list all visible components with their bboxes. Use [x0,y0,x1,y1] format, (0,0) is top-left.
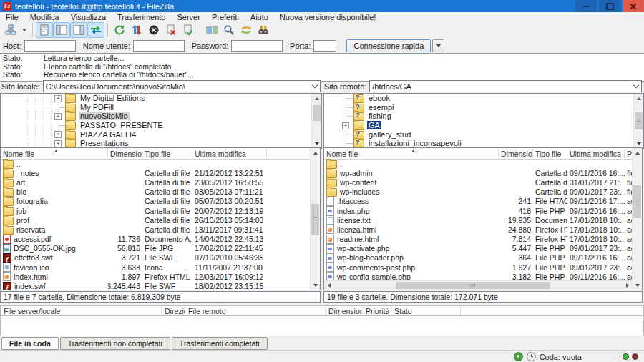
speed-limits-clock-icon[interactable] [527,352,536,361]
menu-item-aiuto[interactable]: Aiuto [245,13,274,21]
file-row[interactable]: index.php418File PHP09/11/2016 16:...ad [324,206,632,215]
scroll-right-button[interactable] [623,281,632,290]
file-row[interactable]: wp-blog-header.php364File PHP09/11/2016 … [324,253,632,263]
tree-item[interactable]: fishing [324,112,633,121]
toggle-queue-icon[interactable] [87,22,104,38]
file-row[interactable]: profCartella di file26/10/2013 05:14:03 [1,215,310,225]
settings-gear-icon[interactable] [514,352,523,361]
expander-plus-icon[interactable]: + [54,113,62,120]
tree-item[interactable]: +nuovoSitoMio [1,112,311,121]
tree-item[interactable]: esempi [324,103,633,112]
toggle-local-tree-icon[interactable] [53,22,70,38]
expander-plus-icon[interactable]: + [342,122,349,129]
file-row[interactable]: artCartella di file23/05/2012 16:58:55 [1,177,310,187]
file-row[interactable]: licenza.html24.880Firefox HT...17/01/201… [324,225,632,234]
file-row[interactable]: _notesCartella di file21/12/2012 13:22:5… [1,168,310,177]
file-row[interactable]: favicon.ico3.638Icona11/11/2007 21:37:00 [1,263,310,272]
column-header-nome-file[interactable]: Nome file▲ [324,148,499,159]
tab-trasferimenti-non-completati[interactable]: Trasferimenti non completati [60,337,170,350]
file-row[interactable]: riservataCartella di file13/11/2017 09:3… [1,225,310,234]
menu-item-trasferimento[interactable]: Trasferimento [112,13,171,21]
scroll-left-button[interactable] [324,281,333,290]
tree-item[interactable]: +Presentations [1,139,311,148]
queue-column-file-server-locale[interactable]: File server/locale [1,306,162,315]
quickconnect-button[interactable]: Connessione rapida [346,39,431,52]
scrollbar-thumb[interactable] [633,185,641,218]
file-row[interactable]: wp-comments-post.php1.627File PHP09/01/2… [324,263,632,272]
disconnect-icon[interactable] [162,22,180,38]
file-row[interactable]: accessi.pdf11.736Documento A...14/04/201… [1,235,310,244]
tree-item[interactable]: installazioni_inconsapevoli [324,139,633,148]
file-row[interactable]: bioCartella di file03/05/2013 07:11:21 [1,187,310,197]
username-input[interactable] [133,40,185,52]
tree-item[interactable]: My PDFill [1,103,311,112]
column-header-dimensio[interactable]: Dimensio... [499,148,533,159]
minimize-button[interactable] [575,0,597,12]
menu-item-server[interactable]: Server [171,13,205,21]
filename-filters-icon[interactable] [220,22,238,38]
port-input[interactable] [313,40,336,52]
toggle-remote-tree-icon[interactable] [70,22,87,38]
tab-trasferimenti-completati[interactable]: Trasferimenti completati [172,337,268,350]
tree-item[interactable]: +PIAZZA GALLI4 [1,129,311,139]
vertical-scrollbar[interactable] [632,148,642,290]
expander-plus-icon[interactable]: + [54,131,62,138]
refresh-icon[interactable] [111,22,128,38]
synchronized-browsing-icon[interactable] [238,22,255,38]
menu-item-modifica[interactable]: Modifica [24,13,65,21]
tree-item[interactable]: gallery_stud [324,129,633,139]
scrollbar-thumb[interactable] [635,112,643,129]
maximize-button[interactable] [599,0,620,12]
site-manager-icon[interactable] [2,22,19,38]
tree-item[interactable]: PASSATO_PRESENTE [1,121,311,130]
tree-item[interactable]: +My Digital Editions [1,94,311,103]
file-row[interactable]: wp-contentCartella di ...31/01/2017 21:.… [324,177,632,187]
reconnect-icon[interactable] [180,22,197,38]
tree-item[interactable]: +GA [324,121,633,130]
file-row[interactable]: fotografiaCartella di file05/07/2013 00:… [1,197,310,206]
file-row[interactable]: .htaccess241File HTAC...09/11/2016 17:..… [324,197,632,206]
horizontal-scrollbar[interactable] [324,280,632,290]
file-row[interactable]: license.txt19.935Document...17/01/2018 1… [324,215,632,225]
file-search-icon[interactable] [255,22,272,38]
password-input[interactable] [231,40,283,52]
expander-plus-icon[interactable]: + [54,140,62,147]
menu-item-file[interactable]: File [0,13,24,21]
menu-item-preferiti[interactable]: Preferiti [206,13,245,21]
file-row[interactable]: wp-config-sample.php3.182File PHP09/11/2… [324,272,632,280]
file-row[interactable]: effetto3.swf3.721File SWF07/10/2010 05:4… [1,253,310,263]
queue-column-stato[interactable]: Stato [391,306,461,315]
file-row[interactable]: jobCartella di file20/07/2012 12:13:19 [1,206,310,215]
queue-column-dimensione[interactable]: Dimensione [326,306,363,315]
directory-comparison-icon[interactable] [203,22,220,38]
queue-column-priorit[interactable]: Priorità [363,306,391,315]
site-manager-dropdown[interactable] [19,22,29,38]
queue-column-direzio[interactable]: Direzio... [162,306,185,315]
file-row[interactable]: readme.html7.814Firefox HT...17/01/2018 … [324,235,632,244]
menu-item-visualizza[interactable]: Visualizza [65,13,112,21]
scroll-up-button[interactable] [312,94,321,103]
column-header-dimension[interactable]: Dimension... [108,148,142,159]
host-input[interactable] [24,40,76,52]
file-row[interactable]: wp-includesCartella di ...09/01/2017 23:… [324,187,632,197]
vertical-scrollbar[interactable] [633,94,643,148]
file-row[interactable]: DSC_0555-OK.jpg56.816File JPG17/02/2012 … [1,244,310,253]
column-header-nome-file[interactable]: Nome file▲ [1,148,108,159]
remote-path-combobox[interactable]: /htdocs/GA [369,80,642,92]
file-row[interactable]: .. [1,159,310,168]
file-row[interactable]: index.html1.897Firefox HTML ...12/03/201… [1,272,310,281]
toggle-log-icon[interactable] [36,22,53,38]
combo-dropdown[interactable] [631,81,641,92]
local-path-combobox[interactable]: C:\Users\Teo\Documents\nuovoSitoMio\ [43,80,321,92]
scroll-down-button[interactable] [633,280,642,290]
scrollbar-thumb[interactable] [313,105,321,121]
column-header-tipo-file[interactable]: Tipo file [142,148,192,159]
tree-item[interactable]: ebook [324,94,633,103]
scroll-up-button[interactable] [633,148,642,157]
tab-file-in-coda[interactable]: File in coda [1,337,59,350]
transfer-queue-list[interactable] [0,316,644,336]
queue-column-file-remoto[interactable]: File remoto [185,306,326,315]
file-row[interactable]: wp-adminCartella di ...09/11/2016 16:...… [324,168,632,177]
column-header-ultima-modifica[interactable]: Ultima modifica [567,148,625,159]
expander-plus-icon[interactable]: + [54,95,62,102]
